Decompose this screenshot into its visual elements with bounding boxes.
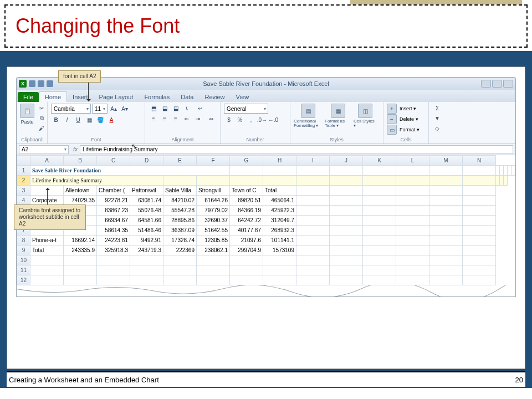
cell[interactable] [197,275,230,285]
cell[interactable] [64,275,97,285]
cell[interactable]: 1573109 [263,245,296,255]
cell[interactable] [429,275,463,285]
cell[interactable] [97,265,130,275]
cell[interactable] [163,275,197,285]
cell[interactable] [296,236,330,245]
cell[interactable]: 222369 [163,245,197,255]
cell[interactable]: 92278.21 [97,196,130,206]
cell[interactable]: 21097.6 [230,236,263,245]
cell[interactable] [197,255,230,265]
cell[interactable]: 58614.35 [97,226,130,236]
cell[interactable] [363,186,396,196]
tab-view[interactable]: View [231,92,255,102]
cell[interactable] [508,166,511,176]
cell[interactable] [429,245,463,255]
cell[interactable] [500,166,504,176]
cell[interactable] [463,206,496,216]
col-header[interactable]: K [363,156,396,166]
cell[interactable]: Strongvill [197,186,230,196]
cell[interactable] [330,206,363,216]
cell[interactable] [296,255,330,265]
qat-undo-icon[interactable] [38,80,44,87]
bold-button[interactable]: B [51,115,61,124]
col-header[interactable]: G [230,156,263,166]
cell[interactable] [396,245,429,255]
col-header[interactable]: E [163,156,197,166]
align-center-icon[interactable]: ≡ [160,114,170,123]
formula-input[interactable]: Lifetime Fundraising Summary [80,145,513,154]
cell[interactable] [330,265,363,275]
cell[interactable]: 40177.87 [230,226,263,236]
sheet-title-cell[interactable]: Save Sable River Foundation [30,166,230,176]
cell[interactable] [429,196,463,206]
border-icon[interactable]: ▦ [84,115,94,124]
cell[interactable] [97,275,130,285]
cell[interactable] [363,245,396,255]
cell[interactable]: Allentown [64,186,97,196]
cell[interactable] [230,265,263,275]
clear-icon[interactable]: ◇ [432,124,442,132]
fill-icon[interactable]: ▼ [432,114,442,122]
tab-formulas[interactable]: Formulas [139,92,175,102]
tab-page-layout[interactable]: Page Layout [94,92,139,102]
cell[interactable]: 425922.3 [263,206,296,216]
cell[interactable] [296,226,330,236]
cell[interactable] [396,206,429,216]
align-right-icon[interactable]: ≡ [171,114,181,123]
tab-data[interactable]: Data [175,92,199,102]
col-header[interactable]: M [429,156,463,166]
cell[interactable] [130,265,163,275]
font-name-combo[interactable]: Cambria [51,104,91,114]
cell[interactable] [463,226,496,236]
row-header[interactable]: 8 [17,236,30,245]
cell[interactable] [130,275,163,285]
delete-cells-button[interactable]: −Delete ▾ [387,114,418,124]
font-color-icon[interactable]: A [106,115,116,124]
row-header[interactable]: 3 [17,186,30,196]
col-header[interactable]: H [263,156,296,166]
cell[interactable] [463,216,496,226]
align-middle-icon[interactable]: ⬓ [160,104,170,112]
col-header[interactable]: F [197,156,230,166]
cell[interactable]: 24223.81 [97,236,130,245]
cell[interactable]: Total [30,245,64,255]
cell[interactable] [463,265,496,275]
cell[interactable]: Pattonsvil [130,186,163,196]
wrap-text-icon[interactable]: ↩ [193,104,207,112]
select-all[interactable] [17,156,30,166]
cell[interactable] [396,186,429,196]
copy-icon[interactable]: ⧉ [37,114,47,122]
cell[interactable] [429,255,463,265]
cell[interactable] [363,216,396,226]
cell[interactable] [330,196,363,206]
fill-color-icon[interactable]: 🪣 [95,115,105,124]
conditional-formatting-button[interactable]: ▤ Conditional Formatting ▾ [294,104,323,128]
cell[interactable]: 64581.66 [130,216,163,226]
cell[interactable]: 51486.46 [130,226,163,236]
cell[interactable] [396,265,429,275]
cell[interactable] [363,275,396,285]
tab-file[interactable]: File [18,92,39,102]
format-cells-button[interactable]: ▭Format ▾ [387,125,420,135]
cell[interactable] [296,196,330,206]
cell[interactable] [396,255,429,265]
cell[interactable] [296,245,330,255]
cell[interactable]: 9492.91 [130,236,163,245]
worksheet-grid[interactable]: ABCDEFGHIJKLMN1Save Sable River Foundati… [17,155,515,285]
row-header[interactable]: 9 [17,245,30,255]
cell[interactable] [330,255,363,265]
cell[interactable]: 84210.02 [163,196,197,206]
cell[interactable] [64,265,97,275]
fx-icon[interactable]: fx [71,146,80,152]
qat-redo-icon[interactable] [47,80,53,87]
cell[interactable]: 61644.26 [197,196,230,206]
cell[interactable] [30,265,64,275]
cell[interactable]: 268932.3 [263,226,296,236]
merge-center-icon[interactable]: ⇔ [204,114,218,123]
row-header[interactable]: 4 [17,196,30,206]
tab-home[interactable]: Home [39,91,67,102]
cell[interactable] [496,176,500,186]
cell[interactable] [396,236,429,245]
percent-icon[interactable]: % [235,115,245,124]
cell[interactable] [396,216,429,226]
